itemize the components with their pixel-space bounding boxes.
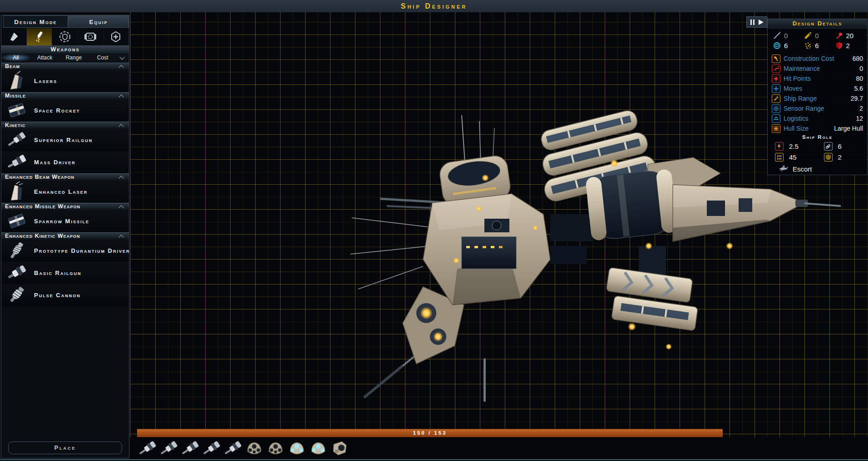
- speed-arrows-icon: [775, 153, 784, 162]
- ship-role-grid: 2.5 6 45 2: [768, 141, 867, 162]
- shield-defense-stat: 6: [773, 42, 804, 49]
- chevron-up-icon: [118, 235, 123, 240]
- rocket-icon: [772, 94, 780, 103]
- weapon-item-superior-railgun[interactable]: Superior Railgun: [1, 129, 129, 151]
- railgun-slot-icon[interactable]: [201, 438, 222, 459]
- group-header-beam[interactable]: Beam: [1, 63, 129, 70]
- mode-tabs: Design Mode Equip: [1, 15, 129, 29]
- chevron-up-icon: [118, 176, 123, 181]
- title-bar: Ship Designer: [0, 0, 868, 13]
- group-header-missile[interactable]: Missile: [1, 92, 129, 99]
- weapon-list: Beam Lasers Missile Space Rocket Kinetic…: [1, 63, 129, 306]
- filter-all[interactable]: All: [1, 54, 30, 61]
- stat-hull-size: Hull Size Large Hull: [772, 123, 863, 133]
- chevron-up-icon: [118, 65, 123, 70]
- role-chain-stat: 6: [824, 142, 860, 151]
- armor-icon[interactable]: [1, 28, 27, 45]
- chevron-down-icon[interactable]: [117, 54, 129, 61]
- logistics-icon: [772, 114, 780, 123]
- time-controls: [746, 16, 767, 28]
- missile-thumbnail-icon: [5, 100, 29, 120]
- move-arrows-icon: [772, 84, 780, 93]
- weapon-item-lasers[interactable]: Lasers: [1, 70, 129, 92]
- ship-role-title: Ship Role: [768, 133, 867, 141]
- stat-rows: Construction Cost 680 Maintenance 0 Hit …: [768, 52, 867, 133]
- group-header-enhanced-missile[interactable]: Enhanced Missile Weapon: [1, 203, 129, 210]
- place-button[interactable]: Place: [8, 441, 122, 454]
- role-defense-stat: 2: [824, 153, 860, 162]
- cross-icon: [772, 74, 780, 83]
- pod-lit-slot-icon[interactable]: [308, 438, 329, 459]
- chain-icon: [824, 142, 833, 151]
- railgun-slot-icon[interactable]: [180, 438, 201, 459]
- escort-ship-icon: [779, 165, 789, 173]
- capacity-bar: 150 / 153: [137, 429, 723, 437]
- equip-panel: Design Mode Equip Weapons All Attack: [1, 15, 129, 458]
- component-category-bar: [1, 28, 129, 45]
- group-header-enhanced-beam[interactable]: Enhanced Beam Weapon: [1, 173, 129, 181]
- wrench-icon: [772, 64, 780, 73]
- section-title: Weapons: [1, 45, 129, 54]
- stat-hit-points: Hit Points 80: [772, 74, 863, 83]
- missile-thumbnail-icon: [5, 211, 29, 231]
- attack-bolt-icon: [775, 142, 784, 151]
- support-icon[interactable]: [104, 28, 129, 45]
- armor-defense-icon: [835, 42, 843, 49]
- laser-thumbnail-icon: [5, 181, 29, 201]
- weapon-item-mass-driver[interactable]: Mass Driver: [1, 151, 129, 173]
- weapon-item-pulse-cannon[interactable]: Pulse Cannon: [1, 284, 129, 306]
- missile-attack-stat: 20: [835, 32, 862, 39]
- defense-icon[interactable]: [52, 28, 78, 45]
- stat-maintenance: Maintenance 0: [772, 64, 863, 74]
- weapon-item-sparrow-missile[interactable]: Sparrow Missile: [1, 210, 129, 232]
- role-row: Escort: [768, 162, 867, 173]
- hammer-icon: [772, 54, 780, 63]
- railgun-slot-icon[interactable]: [158, 438, 179, 459]
- tab-equip[interactable]: Equip: [68, 15, 129, 28]
- weapons-icon[interactable]: [27, 28, 52, 45]
- weapon-item-space-rocket[interactable]: Space Rocket: [1, 99, 129, 122]
- kinetic-attack-stat: 0: [804, 32, 835, 39]
- design-details-panel: Design Details 0 0 20 6 6: [767, 19, 868, 175]
- point-defense-stat: 6: [804, 42, 835, 49]
- stat-moves: Moves 5.6: [772, 83, 863, 93]
- group-header-kinetic[interactable]: Kinetic: [1, 122, 129, 129]
- pod-slot-icon[interactable]: [265, 438, 286, 459]
- page-title: Ship Designer: [401, 2, 468, 10]
- weapon-item-prototype-durantium-driver[interactable]: Prototype Durantium Driver: [1, 240, 129, 262]
- engine-icon[interactable]: [78, 28, 104, 45]
- bottom-divider: [0, 459, 868, 460]
- filter-range[interactable]: Range: [59, 54, 89, 61]
- armor-defense-stat: 2: [835, 42, 862, 49]
- pod-slot-icon[interactable]: [244, 438, 265, 459]
- point-defense-icon: [804, 42, 812, 49]
- railgun-slot-icon[interactable]: [222, 438, 243, 459]
- design-viewport[interactable]: [130, 12, 868, 459]
- stat-ship-range: Ship Range 29.7: [772, 93, 863, 103]
- beam-attack-stat: 0: [773, 32, 804, 39]
- role-attack-stat: 2.5: [775, 142, 824, 151]
- pod-lit-slot-icon[interactable]: [286, 438, 307, 459]
- missile-attack-icon: [835, 32, 843, 39]
- chevron-up-icon: [118, 124, 123, 129]
- placed-components-strip: [130, 437, 868, 459]
- pause-icon[interactable]: [750, 20, 755, 25]
- play-icon[interactable]: [759, 20, 764, 25]
- hull-icon: [772, 124, 780, 133]
- tab-design-mode[interactable]: Design Mode: [3, 15, 68, 28]
- railgun-thumbnail-icon: [5, 263, 29, 283]
- laser-thumbnail-icon: [5, 71, 29, 91]
- stat-construction-cost: Construction Cost 680: [772, 54, 863, 64]
- railgun-slot-icon[interactable]: [137, 438, 158, 459]
- filter-attack[interactable]: Attack: [30, 54, 59, 61]
- weapon-item-enhanced-laser[interactable]: Enhanced Laser: [1, 181, 129, 203]
- role-speed-stat: 45: [775, 153, 824, 162]
- stat-sensor-range: Sensor Range 2: [772, 103, 863, 113]
- group-header-enhanced-kinetic[interactable]: Enhanced Kinetic Weapon: [1, 232, 129, 240]
- weapon-item-basic-railgun[interactable]: Basic Railgun: [1, 262, 129, 284]
- module-slot-icon[interactable]: [329, 438, 350, 459]
- railgun-thumbnail-icon: [5, 152, 29, 172]
- role-name: Escort: [793, 165, 812, 173]
- stat-logistics: Logistics 12: [772, 113, 863, 123]
- filter-cost[interactable]: Cost: [88, 54, 117, 61]
